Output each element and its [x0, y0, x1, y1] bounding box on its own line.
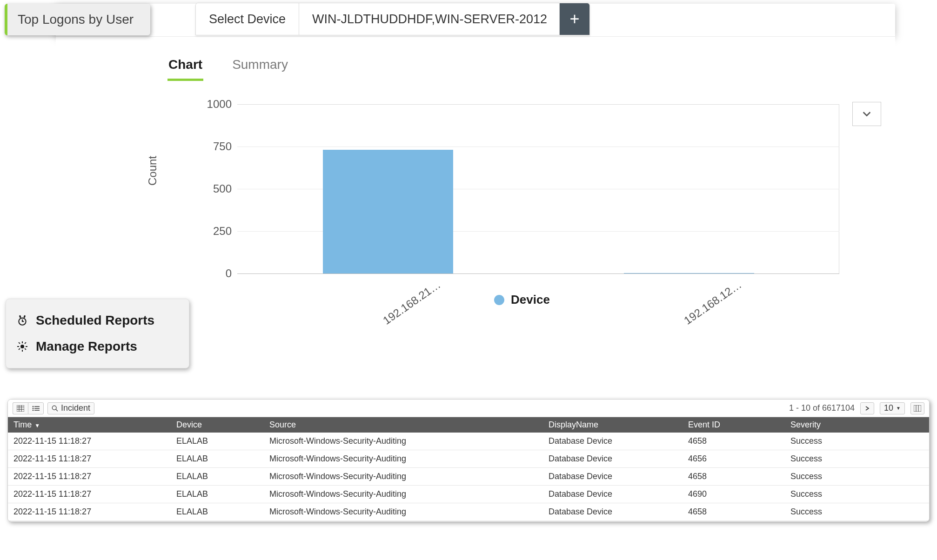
col-device[interactable]: Device	[171, 417, 264, 433]
plus-icon: +	[570, 9, 580, 29]
caret-down-icon: ▼	[896, 406, 901, 411]
svg-rect-26	[914, 405, 921, 412]
svg-point-20	[33, 409, 34, 411]
select-device-label: Select Device	[209, 12, 286, 27]
cell-time: 2022-11-15 11:18:27	[8, 450, 171, 468]
cell-severity: Success	[785, 486, 929, 503]
cell-device: ELALAB	[171, 468, 264, 486]
report-title: Top Logons by User	[18, 12, 134, 27]
manage-reports-label: Manage Reports	[36, 339, 137, 354]
legend-label: Device	[511, 293, 550, 307]
list-icon	[32, 405, 40, 412]
svg-rect-6	[22, 350, 23, 352]
col-severity[interactable]: Severity	[785, 417, 929, 433]
y-tick: 750	[194, 140, 232, 153]
chevron-down-icon	[862, 109, 872, 119]
incident-label: Incident	[61, 403, 90, 413]
tab-chart[interactable]: Chart	[167, 51, 203, 81]
cell-display: Database Device	[543, 486, 683, 503]
reports-popover: Scheduled Reports Manage Reports	[6, 299, 189, 368]
tab-summary[interactable]: Summary	[231, 51, 289, 81]
col-time[interactable]: Time▼	[8, 417, 171, 433]
page-size-value: 10	[884, 403, 893, 413]
cell-severity: Success	[785, 503, 929, 521]
clock-icon	[15, 313, 29, 327]
paging-text: 1 - 10 of 6617104	[789, 403, 855, 413]
cell-source: Microsoft-Windows-Security-Auditing	[264, 468, 543, 486]
device-value-tab[interactable]: WIN-JLDTHUDDHDF,WIN-SERVER-2012	[299, 3, 560, 35]
add-device-button[interactable]: +	[560, 3, 589, 35]
svg-rect-5	[22, 341, 23, 343]
tab-summary-label: Summary	[232, 57, 288, 72]
svg-rect-10	[24, 348, 26, 350]
y-tick: 1000	[194, 98, 232, 111]
view-table-button[interactable]	[13, 402, 28, 414]
col-source[interactable]: Source	[264, 417, 543, 433]
scheduled-reports-item[interactable]: Scheduled Reports	[12, 307, 183, 333]
device-value: WIN-JLDTHUDDHDF,WIN-SERVER-2012	[312, 12, 547, 27]
y-tick: 250	[194, 225, 232, 238]
plot-top-border	[237, 104, 839, 105]
subtab-bar: Chart Summary	[167, 51, 289, 81]
table-row[interactable]: 2022-11-15 11:18:27ELALABMicrosoft-Windo…	[8, 433, 929, 450]
table-row[interactable]: 2022-11-15 11:18:27ELALABMicrosoft-Windo…	[8, 450, 929, 468]
table-row[interactable]: 2022-11-15 11:18:27ELALABMicrosoft-Windo…	[8, 503, 929, 521]
view-mode-group	[13, 402, 44, 414]
cell-time: 2022-11-15 11:18:27	[8, 468, 171, 486]
cell-event: 4656	[683, 450, 785, 468]
cell-device: ELALAB	[171, 503, 264, 521]
chart-options-button[interactable]	[852, 102, 881, 126]
svg-rect-2	[19, 315, 21, 318]
cell-event: 4658	[683, 433, 785, 450]
col-event[interactable]: Event ID	[683, 417, 785, 433]
sort-desc-icon: ▼	[34, 422, 40, 429]
chart-plot: 02505007501000192.168.21…192.168.12…	[237, 93, 839, 274]
cell-source: Microsoft-Windows-Security-Auditing	[264, 486, 543, 503]
chart-bar[interactable]	[323, 150, 453, 273]
cell-event: 4658	[683, 468, 785, 486]
tab-chart-label: Chart	[168, 57, 202, 72]
svg-rect-13	[17, 405, 24, 412]
gear-icon	[15, 340, 29, 353]
legend-swatch-icon	[494, 295, 504, 305]
svg-point-4	[20, 345, 24, 348]
cell-event: 4658	[683, 503, 785, 521]
svg-rect-12	[18, 348, 20, 350]
scheduled-reports-label: Scheduled Reports	[36, 313, 154, 328]
cell-device: ELALAB	[171, 450, 264, 468]
svg-rect-7	[17, 346, 19, 347]
table-row[interactable]: 2022-11-15 11:18:27ELALABMicrosoft-Windo…	[8, 486, 929, 503]
cell-source: Microsoft-Windows-Security-Auditing	[264, 503, 543, 521]
select-device-tab[interactable]: Select Device	[196, 3, 299, 35]
svg-point-19	[33, 407, 34, 409]
cell-severity: Success	[785, 433, 929, 450]
cell-time: 2022-11-15 11:18:27	[8, 433, 171, 450]
cell-time: 2022-11-15 11:18:27	[8, 503, 171, 521]
svg-rect-8	[26, 346, 27, 347]
chevron-right-icon	[865, 406, 870, 411]
table-icon	[17, 405, 24, 412]
column-settings-button[interactable]	[910, 402, 924, 414]
table-row[interactable]: 2022-11-15 11:18:27ELALABMicrosoft-Windo…	[8, 468, 929, 486]
cell-device: ELALAB	[171, 433, 264, 450]
view-list-button[interactable]	[28, 402, 44, 414]
cell-severity: Success	[785, 468, 929, 486]
incident-button[interactable]: Incident	[47, 402, 94, 414]
manage-reports-item[interactable]: Manage Reports	[12, 333, 183, 360]
chart-bar[interactable]	[624, 273, 754, 273]
next-page-button[interactable]	[860, 402, 874, 414]
table-toolbar: Incident 1 - 10 of 6617104 10 ▼	[8, 400, 929, 417]
svg-rect-3	[23, 315, 26, 318]
cell-display: Database Device	[543, 433, 683, 450]
y-tick: 500	[194, 182, 232, 195]
cell-display: Database Device	[543, 468, 683, 486]
col-display[interactable]: DisplayName	[543, 417, 683, 433]
events-table: Time▼ Device Source DisplayName Event ID…	[8, 417, 929, 521]
cell-event: 4690	[683, 486, 785, 503]
svg-rect-11	[24, 342, 26, 344]
page-size-select[interactable]: 10 ▼	[880, 402, 905, 414]
device-selector: Select Device WIN-JLDTHUDDHDF,WIN-SERVER…	[195, 3, 590, 35]
cell-display: Database Device	[543, 450, 683, 468]
incident-search-icon	[52, 405, 58, 412]
table-header-row: Time▼ Device Source DisplayName Event ID…	[8, 417, 929, 433]
